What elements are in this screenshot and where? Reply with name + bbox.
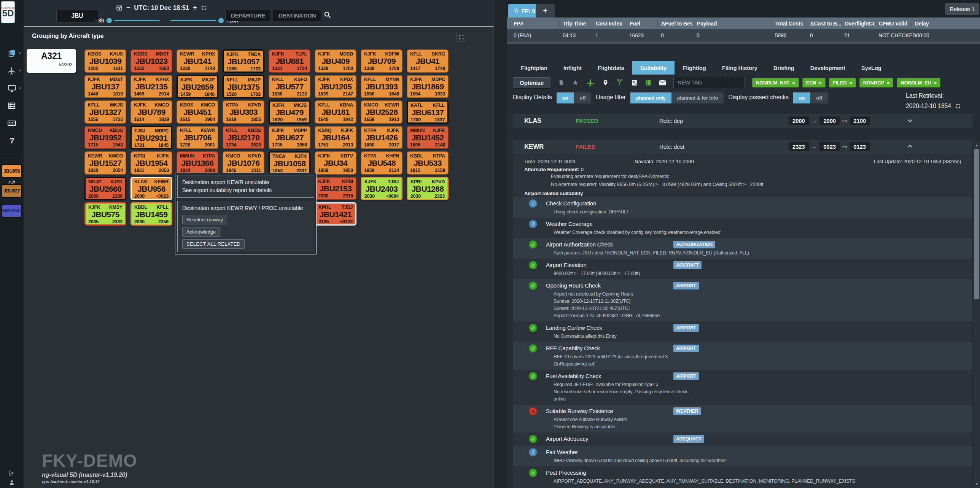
tab-flightdata[interactable]: Flightdata: [590, 61, 632, 75]
flight-card[interactable]: KBDLKFLLJBU145920352356: [130, 202, 172, 226]
sidebar-item-table[interactable]: [0, 97, 24, 114]
usage-planned-info[interactable]: planned & for Info: [671, 92, 724, 103]
flight-card[interactable]: KFLLKBNAJBU18116401842: [315, 100, 356, 124]
sidebar-item-airplane[interactable]: ▸: [0, 62, 24, 79]
tab-filing-history[interactable]: Filing History: [714, 61, 765, 75]
minus-icon[interactable]: −: [126, 4, 130, 12]
flight-card[interactable]: KTPAKJFKJBU142618002017: [361, 126, 402, 149]
slider-right-handle[interactable]: [218, 18, 224, 23]
flight-card[interactable]: KMCOKBOSJBU195217151943: [84, 126, 126, 149]
flight-card[interactable]: KMCOKEWRJBU252816591913: [361, 100, 402, 124]
airline-selector-button[interactable]: JBU: [56, 9, 98, 23]
select-all-related-button[interactable]: SELECT ALL RELATED: [182, 239, 245, 249]
pinned-flight-card[interactable]: JBU627: [2, 184, 22, 198]
fullscreen-icon[interactable]: [456, 32, 466, 42]
flight-card[interactable]: KFLLMKJSJBU132715561725: [84, 100, 126, 124]
trash-icon[interactable]: [558, 79, 565, 86]
pinned-flight-card[interactable]: JBU956: [2, 164, 22, 178]
scroll-up-icon[interactable]: ▲: [973, 142, 980, 148]
flight-card[interactable]: KPBIKPVDJBU128820302323: [407, 177, 449, 200]
usage-planned-only[interactable]: planned only: [630, 92, 671, 103]
flight-card[interactable]: KEWRKPHXJBU14112301748: [177, 49, 218, 73]
flight-card[interactable]: KJFKTLPLJBU88113211734: [269, 49, 310, 73]
flight-card[interactable]: KBDLKTPAJBU53319152159: [407, 151, 449, 175]
flight-card[interactable]: MMUNKTPAJBU136618342008: [177, 151, 218, 175]
table-column-header[interactable]: OverflightCost: [841, 20, 875, 27]
tag-chip[interactable]: FILED×: [829, 78, 856, 87]
flight-card[interactable]: KJFKMDPCJBU186915541933: [407, 75, 449, 98]
chevron-down-icon[interactable]: [907, 117, 913, 124]
flight-card[interactable]: KJFKKMCOJBU78916141839: [130, 100, 172, 124]
flight-card[interactable]: TJSJMDPCJBU293117211845: [130, 126, 172, 149]
checklist-icon[interactable]: [631, 79, 638, 86]
airplane-icon[interactable]: [586, 78, 595, 87]
tag-chip[interactable]: NONRCP×: [859, 78, 894, 87]
aircraft-group-card[interactable]: A321 54/202: [27, 49, 76, 73]
flight-card[interactable]: KTPAKHPNJBU54818592124: [361, 151, 402, 175]
display-passed-toggle[interactable]: on off: [793, 92, 828, 103]
flight-card[interactable]: KMCOKPVDJBU107618462111: [223, 151, 264, 175]
search-icon[interactable]: [323, 11, 331, 19]
destination-button[interactable]: DESTINATION: [273, 9, 321, 21]
flight-card[interactable]: KBOSMDSTJBU102312251603: [130, 49, 172, 73]
display-passed-off[interactable]: off: [810, 92, 828, 103]
table-column-header[interactable]: Cost Index: [592, 20, 626, 27]
pinned-flight-card[interactable]: SWA3540: [2, 204, 22, 218]
tag-chip[interactable]: NONDLM_NAT×: [752, 78, 799, 87]
tab-development[interactable]: Development: [802, 61, 853, 75]
chevron-up-icon[interactable]: [907, 143, 913, 150]
flight-card[interactable]: KJFKMDPPJBU62717352056: [269, 126, 310, 149]
close-icon[interactable]: ×: [819, 80, 821, 86]
flight-card[interactable]: KJFKKPDXJBU120515392147: [315, 75, 356, 98]
flight-card[interactable]: KTPAKPVDJBU30316191855: [223, 100, 264, 124]
scrollbar[interactable]: ▲ ▼: [972, 141, 980, 488]
sidebar-item-keyboard[interactable]: [0, 115, 24, 132]
time-range-slider[interactable]: - 3h +18h: [95, 17, 238, 24]
tag-chip[interactable]: ECN×: [802, 78, 826, 87]
flight-card[interactable]: TNCAKJFKJBU105818532337: [269, 151, 310, 175]
flight-card[interactable]: KPHLTJSJJBU14212135+0122: [315, 202, 356, 226]
tab-inflight[interactable]: Inflight: [555, 61, 590, 75]
sidebar-item-pages[interactable]: ▸: [0, 45, 24, 62]
user-icon[interactable]: [9, 480, 15, 486]
tab-briefing[interactable]: Briefing: [765, 61, 802, 75]
flight-card[interactable]: KFLLKBOSJBU217017342020: [223, 126, 264, 149]
optimize-button[interactable]: Optimize: [513, 77, 550, 88]
display-details-on[interactable]: on: [557, 92, 574, 103]
calendar-icon[interactable]: [116, 5, 123, 11]
flight-card[interactable]: KEWRKMCOJBU152718302054: [84, 151, 126, 175]
flight-card[interactable]: KFLLKSFOJBU57715302132: [269, 75, 310, 98]
airport-row-kewr[interactable]: KEWR FAILED Role: dest 2323 ↔ 0023 ↦ 012…: [513, 140, 972, 154]
tab-suitability[interactable]: Suitability: [632, 61, 675, 75]
map-pin-icon[interactable]: [602, 79, 609, 86]
flight-card[interactable]: KLASKEWRJBU9562000+0023: [130, 177, 172, 200]
sidebar-item-help[interactable]: ?: [0, 132, 24, 149]
table-column-header[interactable]: Total Costs: [772, 20, 807, 27]
flight-card[interactable]: KFLLSKRGJBU4114171748: [407, 49, 449, 73]
star-icon[interactable]: ★: [572, 78, 579, 87]
flight-card[interactable]: KJFKMDSDJBU40913291700: [315, 49, 356, 73]
flight-card[interactable]: MKJPKJFKJBU266020002330: [84, 177, 126, 200]
add-fp-tab[interactable]: +: [536, 4, 555, 17]
flight-card[interactable]: KJFKTJSJJBU24032030+0004: [361, 177, 402, 200]
tab-flightlog[interactable]: Flightlog: [675, 61, 714, 75]
plus-icon[interactable]: +: [193, 4, 197, 12]
flight-card[interactable]: KPBIKJFKJBU195418312053: [130, 151, 172, 175]
envelope-icon[interactable]: [659, 79, 666, 86]
table-column-header[interactable]: Fuel: [626, 20, 657, 27]
flight-card[interactable]: KJFKKPBIJBU215320302315: [315, 177, 356, 200]
table-column-header[interactable]: Payload: [693, 20, 772, 27]
acknowledge-button[interactable]: Acknowledge: [182, 227, 220, 237]
route-icon[interactable]: [616, 79, 624, 86]
flight-card[interactable]: KJFKMDSTJBU13714401810: [84, 75, 126, 98]
scroll-down-icon[interactable]: ▼: [973, 481, 980, 487]
flight-card[interactable]: KJFKKPHXJBU213514592014: [130, 75, 172, 98]
fp-table-row[interactable]: 0 (FAA)04:13116623005896021NOT CHECKED-0…: [507, 29, 980, 41]
book-icon[interactable]: [645, 79, 652, 86]
close-icon[interactable]: ×: [792, 80, 795, 86]
display-details-toggle[interactable]: on off: [557, 92, 591, 103]
close-icon[interactable]: ×: [887, 80, 889, 86]
tag-chip[interactable]: NONDLM_EU×: [897, 78, 940, 87]
close-icon[interactable]: ×: [934, 80, 937, 86]
tab-flightplan[interactable]: Flightplan: [513, 61, 555, 75]
